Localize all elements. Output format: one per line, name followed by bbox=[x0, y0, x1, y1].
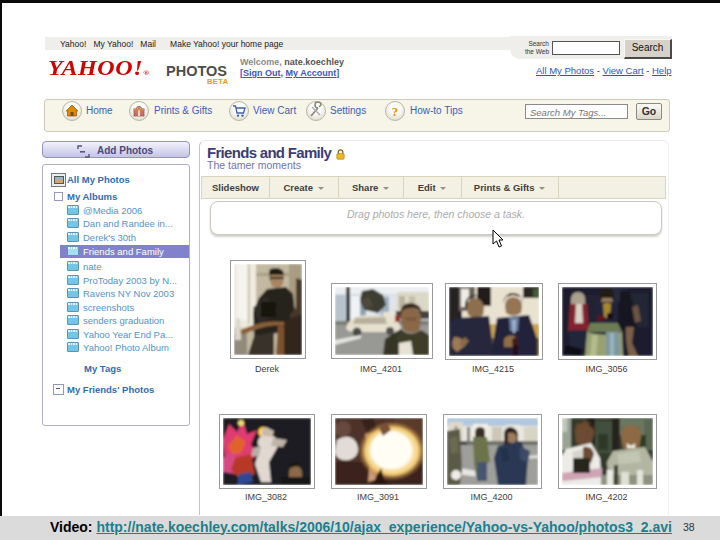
svg-text:?: ? bbox=[392, 104, 399, 119]
